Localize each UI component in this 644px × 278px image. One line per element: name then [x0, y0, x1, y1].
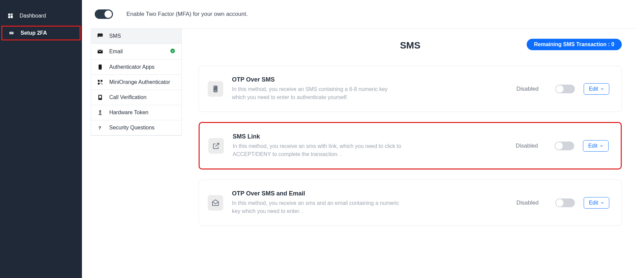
- check-icon: [170, 48, 175, 55]
- enable-2fa-row: Enable Two Factor (MFA) for your own acc…: [91, 0, 635, 29]
- setup-2fa-icon: 123: [8, 31, 16, 35]
- svg-rect-18: [99, 96, 101, 98]
- email-icon: [97, 49, 104, 55]
- enable-2fa-label: Enable Two Factor (MFA) for your own acc…: [126, 11, 248, 18]
- tab-label: Call Verification: [109, 94, 146, 100]
- method-card-sms-link: SMS Link In this method, you receive an …: [199, 122, 622, 169]
- edit-button[interactable]: Edit: [583, 140, 609, 152]
- enable-2fa-toggle[interactable]: [95, 9, 113, 19]
- sidebar-item-dashboard[interactable]: Dashboard: [0, 8, 82, 24]
- envelope-open-icon: [208, 195, 223, 211]
- chevron-down-icon: [600, 201, 604, 205]
- status-label: Disabled: [516, 86, 547, 92]
- tab-hardware-token[interactable]: Hardware Token: [91, 105, 181, 120]
- sms-icon: [97, 33, 104, 39]
- svg-point-9: [170, 49, 175, 53]
- svg-point-7: [100, 35, 100, 36]
- phone-icon: [97, 64, 104, 70]
- call-icon: [97, 94, 104, 100]
- toggle-knob: [556, 85, 563, 93]
- sidebar-item-setup-2fa[interactable]: 123 Setup 2FA: [1, 26, 81, 40]
- tab-call-verification[interactable]: Call Verification: [91, 90, 181, 105]
- toggle-knob: [556, 199, 563, 207]
- card-title: SMS Link: [233, 133, 507, 140]
- method-toggle[interactable]: [555, 142, 574, 150]
- sidebar-item-label: Setup 2FA: [21, 30, 47, 36]
- method-card-otp-over-sms: OTP Over SMS In this method, you receive…: [199, 66, 622, 112]
- tab-security-questions[interactable]: ? Security Questions: [91, 120, 181, 135]
- sidebar: Dashboard 123 Setup 2FA: [0, 0, 82, 278]
- card-desc: In this method, you receive an SMS conta…: [232, 85, 401, 101]
- svg-point-6: [99, 35, 99, 36]
- tab-label: SMS: [109, 33, 121, 39]
- svg-rect-1: [11, 13, 13, 15]
- dashboard-icon: [7, 13, 15, 19]
- edit-button[interactable]: Edit: [584, 197, 609, 209]
- method-toggle[interactable]: [555, 85, 575, 93]
- edit-button[interactable]: Edit: [584, 83, 609, 95]
- card-desc: In this method, you receive an sms with …: [233, 142, 401, 158]
- tab-email[interactable]: Email: [91, 44, 181, 60]
- svg-rect-15: [101, 83, 101, 84]
- method-card-otp-over-sms-email: OTP Over SMS and Email In this method, y…: [199, 180, 622, 226]
- svg-point-8: [101, 35, 101, 36]
- svg-point-11: [100, 69, 100, 69]
- qr-icon: [97, 79, 104, 85]
- svg-text:?: ?: [98, 125, 101, 130]
- card-title: OTP Over SMS: [232, 76, 507, 83]
- sidebar-item-label: Dashboard: [20, 13, 46, 19]
- toggle-knob: [555, 142, 563, 150]
- svg-point-19: [100, 114, 101, 115]
- tab-sms[interactable]: SMS: [91, 29, 181, 44]
- tab-authenticator-apps[interactable]: Authenticator Apps: [91, 60, 181, 75]
- edit-label: Edit: [588, 143, 597, 149]
- card-title: OTP Over SMS and Email: [232, 190, 507, 197]
- external-link-icon: [208, 138, 224, 154]
- svg-rect-21: [213, 86, 217, 92]
- svg-rect-3: [8, 16, 10, 18]
- tab-miniorange-authenticator[interactable]: MiniOrange Authenticator: [91, 75, 181, 90]
- svg-rect-14: [98, 83, 99, 85]
- card-desc: In this method, you receive an sms and a…: [232, 199, 401, 215]
- svg-rect-0: [8, 13, 10, 16]
- chevron-down-icon: [599, 144, 604, 148]
- svg-rect-2: [11, 16, 13, 18]
- question-icon: ?: [97, 125, 104, 131]
- sms-transaction-badge: Remaining SMS Transaction : 0: [527, 39, 622, 50]
- svg-text:123: 123: [10, 32, 13, 34]
- detail-header: SMS Remaining SMS Transaction : 0: [199, 35, 622, 57]
- tab-label: Security Questions: [109, 125, 154, 131]
- detail-panel: SMS Remaining SMS Transaction : 0 OTP Ov…: [182, 29, 635, 249]
- method-toggle[interactable]: [555, 198, 575, 207]
- tab-label: Email: [109, 49, 123, 55]
- tab-label: MiniOrange Authenticator: [109, 79, 170, 85]
- chevron-down-icon: [600, 87, 604, 91]
- svg-rect-16: [102, 84, 103, 85]
- phone-sms-icon: [208, 81, 223, 97]
- edit-label: Edit: [589, 86, 598, 92]
- method-tabs: SMS Email Authenticator Apps: [91, 29, 182, 136]
- svg-rect-13: [101, 80, 103, 82]
- usb-icon: [97, 110, 104, 116]
- status-label: Disabled: [516, 143, 546, 149]
- edit-label: Edit: [589, 200, 598, 206]
- status-label: Disabled: [516, 199, 547, 206]
- tab-label: Hardware Token: [109, 110, 148, 116]
- toggle-knob: [105, 10, 112, 18]
- main-content: Enable Two Factor (MFA) for your own acc…: [82, 0, 644, 278]
- svg-rect-12: [98, 80, 99, 82]
- tab-label: Authenticator Apps: [109, 64, 154, 70]
